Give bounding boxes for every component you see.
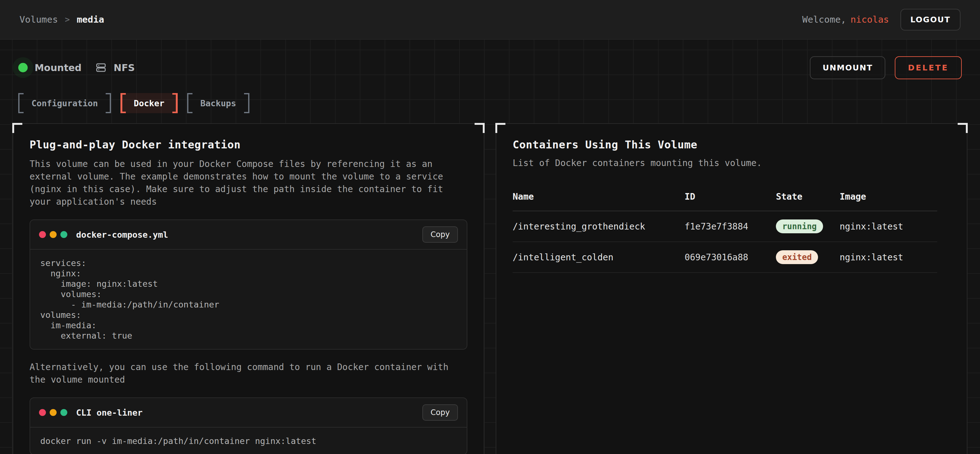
corner-bracket-icon [495, 123, 506, 133]
docker-panel-description: This volume can be used in your Docker C… [30, 158, 467, 208]
docker-integration-panel: Plug-and-play Docker integration This vo… [13, 123, 484, 454]
breadcrumb-volumes-link[interactable]: Volumes [19, 14, 58, 25]
cli-title: CLI one-liner [76, 408, 422, 417]
volume-status-row: Mounted NFS UNMOUNT DELETE [13, 40, 967, 79]
tab-docker[interactable]: Docker [121, 93, 178, 113]
containers-panel-title: Containers Using This Volume [513, 138, 950, 151]
cli-intro-text: Alternatively, you can use the following… [30, 361, 467, 386]
volume-type: NFS [95, 62, 135, 73]
logout-button[interactable]: LOGOUT [900, 9, 961, 30]
container-name: /interesting_grothendieck [513, 221, 685, 232]
unmount-button[interactable]: UNMOUNT [810, 56, 885, 79]
chevron-right-icon: > [65, 15, 70, 24]
delete-button[interactable]: DELETE [895, 56, 962, 79]
table-row: /interesting_grothendieck f1e73e7f3884 r… [513, 211, 937, 242]
col-header-state: State [776, 192, 840, 202]
tab-configuration[interactable]: Configuration [18, 93, 111, 113]
tab-bar: Configuration Docker Backups [18, 93, 967, 113]
window-dots-icon [39, 409, 67, 416]
status-badge: exited [776, 250, 818, 264]
bracket-left-icon [121, 93, 126, 113]
bracket-left-icon [187, 93, 192, 113]
containers-table: Name ID State Image /interesting_grothen… [513, 186, 937, 273]
breadcrumb-current-volume: media [77, 14, 104, 25]
container-name: /intelligent_colden [513, 252, 685, 262]
bracket-right-icon [106, 93, 111, 113]
tab-backups[interactable]: Backups [187, 93, 250, 113]
window-dots-icon [39, 231, 67, 238]
tab-configuration-label: Configuration [32, 98, 98, 108]
containers-panel-subtitle: List of Docker containers mounting this … [513, 158, 950, 168]
container-image: nginx:latest [840, 221, 937, 232]
breadcrumb: Volumes > media [19, 14, 104, 25]
mounted-status-dot-icon [18, 63, 28, 72]
status-badge: running [776, 219, 823, 233]
tab-docker-label: Docker [134, 98, 164, 108]
mounted-status-label: Mounted [35, 62, 81, 73]
server-stack-icon [95, 62, 107, 73]
col-header-name: Name [513, 192, 685, 202]
table-row: /intelligent_colden 069e73016a88 exited … [513, 242, 937, 273]
mounted-status: Mounted [18, 62, 81, 73]
cli-code: docker run -v im-media:/path/in/containe… [30, 428, 467, 454]
col-header-image: Image [840, 192, 937, 202]
table-header-row: Name ID State Image [513, 186, 937, 211]
corner-bracket-icon [474, 123, 485, 133]
copy-compose-button[interactable]: Copy [422, 226, 458, 243]
compose-code-block: docker-compose.yml Copy services: nginx:… [30, 219, 467, 349]
corner-bracket-icon [958, 123, 968, 133]
main-content: Mounted NFS UNMOUNT DELETE Configuration [0, 40, 980, 454]
top-bar: Volumes > media Welcome,nicolas LOGOUT [0, 0, 980, 40]
username: nicolas [850, 14, 889, 25]
compose-code: services: nginx: image: nginx:latest vol… [30, 250, 467, 349]
bracket-left-icon [18, 93, 24, 113]
container-image: nginx:latest [840, 252, 937, 262]
welcome-text: Welcome,nicolas [802, 14, 889, 25]
copy-cli-button[interactable]: Copy [422, 404, 458, 421]
containers-panel: Containers Using This Volume List of Doc… [496, 123, 967, 454]
container-id: 069e73016a88 [685, 252, 776, 262]
cli-code-block: CLI one-liner Copy docker run -v im-medi… [30, 397, 467, 454]
container-id: f1e73e7f3884 [685, 221, 776, 232]
col-header-id: ID [685, 192, 776, 202]
volume-type-label: NFS [113, 62, 135, 73]
bracket-right-icon [172, 93, 178, 113]
bracket-right-icon [244, 93, 250, 113]
compose-filename: docker-compose.yml [76, 230, 422, 240]
corner-bracket-icon [12, 123, 22, 133]
docker-panel-title: Plug-and-play Docker integration [30, 138, 467, 151]
tab-backups-label: Backups [200, 98, 236, 108]
